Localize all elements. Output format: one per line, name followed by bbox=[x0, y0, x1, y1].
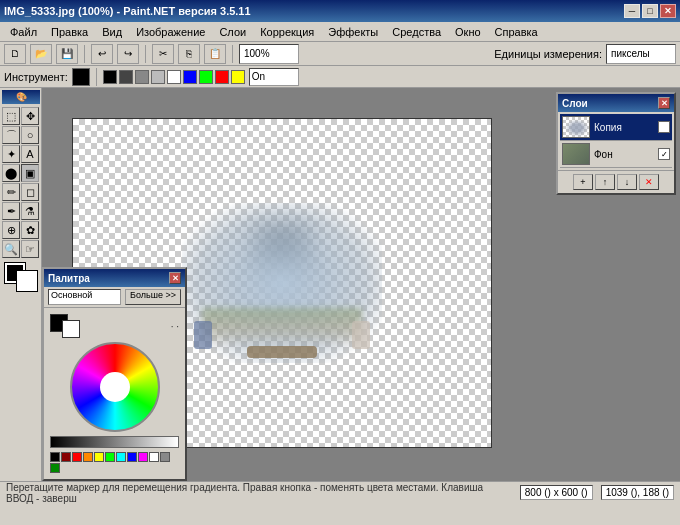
tool-color-box[interactable] bbox=[72, 68, 90, 86]
menu-window[interactable]: Окно bbox=[449, 25, 487, 39]
tool-pencil[interactable]: ✒ bbox=[2, 202, 20, 220]
chip-white[interactable] bbox=[149, 452, 159, 462]
chip-black[interactable] bbox=[50, 452, 60, 462]
open-button[interactable]: 📂 bbox=[30, 44, 52, 64]
layers-close-button[interactable]: ✕ bbox=[658, 97, 670, 109]
tool-gradient[interactable]: ▣ bbox=[21, 164, 39, 182]
swatch-red[interactable] bbox=[215, 70, 229, 84]
menu-layers[interactable]: Слои bbox=[213, 25, 252, 39]
redo-button[interactable]: ↪ bbox=[117, 44, 139, 64]
layer-add-button[interactable]: + bbox=[573, 174, 593, 190]
layer-visibility-bg[interactable]: ✓ bbox=[658, 148, 670, 160]
tool-grid: ⬚ ✥ ⌒ ○ ✦ A ⬤ ▣ ✏ ◻ ✒ ⚗ ⊕ ✿ 🔍 ☞ bbox=[2, 107, 39, 258]
color-wheel[interactable] bbox=[70, 342, 160, 432]
tool-eraser[interactable]: ◻ bbox=[21, 183, 39, 201]
color-wheel-container[interactable] bbox=[70, 342, 160, 432]
save-button[interactable]: 💾 bbox=[56, 44, 78, 64]
swatch-dark[interactable] bbox=[119, 70, 133, 84]
menu-image[interactable]: Изображение bbox=[130, 25, 211, 39]
brightness-strip[interactable] bbox=[50, 436, 179, 448]
swatch-gray[interactable] bbox=[135, 70, 149, 84]
chip-cyan[interactable] bbox=[116, 452, 126, 462]
background-color[interactable] bbox=[17, 271, 37, 291]
copy-button[interactable]: ⎘ bbox=[178, 44, 200, 64]
swatch-lightgray[interactable] bbox=[151, 70, 165, 84]
maximize-button[interactable]: □ bbox=[642, 4, 658, 18]
tool-clone[interactable]: ⊕ bbox=[2, 221, 20, 239]
tool-options-label: Инструмент: bbox=[4, 71, 68, 83]
menu-file[interactable]: Файл bbox=[4, 25, 43, 39]
layer-item-copy[interactable]: Копия ✓ bbox=[560, 114, 672, 141]
palette-content: · · bbox=[44, 308, 185, 479]
chip-orange[interactable] bbox=[83, 452, 93, 462]
status-message: Перетащите маркер для перемещения градие… bbox=[6, 482, 512, 504]
status-bar: Перетащите маркер для перемещения градие… bbox=[0, 481, 680, 503]
tool-move[interactable]: ✥ bbox=[21, 107, 39, 125]
layer-visibility-copy[interactable]: ✓ bbox=[658, 121, 670, 133]
menu-edit[interactable]: Правка bbox=[45, 25, 94, 39]
layer-down-button[interactable]: ↓ bbox=[617, 174, 637, 190]
swatch-green[interactable] bbox=[199, 70, 213, 84]
palette-close-button[interactable]: ✕ bbox=[169, 272, 181, 284]
tool-paint-bucket[interactable]: ⬤ bbox=[2, 164, 20, 182]
tool-pan[interactable]: ☞ bbox=[21, 240, 39, 258]
title-bar-buttons: ─ □ ✕ bbox=[624, 4, 676, 18]
menu-tools[interactable]: Средства bbox=[386, 25, 447, 39]
swatch-blue[interactable] bbox=[183, 70, 197, 84]
measure-dropdown[interactable]: пикселы bbox=[606, 44, 676, 64]
new-button[interactable]: 🗋 bbox=[4, 44, 26, 64]
tool-ellipse-select[interactable]: ○ bbox=[21, 126, 39, 144]
tool-rect-select[interactable]: ⬚ bbox=[2, 107, 20, 125]
paste-button[interactable]: 📋 bbox=[204, 44, 226, 64]
palette-fg-bg bbox=[50, 314, 80, 338]
swatch-yellow[interactable] bbox=[231, 70, 245, 84]
minimize-button[interactable]: ─ bbox=[624, 4, 640, 18]
toolbox-title: 🎨 bbox=[2, 90, 40, 104]
fg-bg-colors[interactable] bbox=[5, 263, 37, 291]
tool-magic-wand[interactable]: ✦ bbox=[2, 145, 20, 163]
tool-color-pick[interactable]: ⚗ bbox=[21, 202, 39, 220]
tool-zoom[interactable]: 🔍 bbox=[2, 240, 20, 258]
zoom-dropdown[interactable]: 100% bbox=[239, 44, 299, 64]
tool-option-input[interactable] bbox=[249, 68, 299, 86]
chip-blue[interactable] bbox=[127, 452, 137, 462]
palette-bg-color[interactable] bbox=[62, 320, 80, 338]
chip-gray[interactable] bbox=[160, 452, 170, 462]
tool-recolor[interactable]: ✿ bbox=[21, 221, 39, 239]
separator-tool bbox=[96, 68, 97, 86]
status-coords: 1039 (), 188 () bbox=[601, 485, 674, 500]
layer-item-bg[interactable]: Фон ✓ bbox=[560, 141, 672, 168]
palette-type-dropdown[interactable]: Основной bbox=[48, 289, 121, 305]
canvas-area[interactable]: Палитра ✕ Основной Больше >> · · bbox=[42, 88, 680, 481]
close-button[interactable]: ✕ bbox=[660, 4, 676, 18]
layer-delete-button[interactable]: ✕ bbox=[639, 174, 659, 190]
boat-body bbox=[247, 346, 317, 358]
separator-2 bbox=[145, 45, 146, 63]
chip-magenta[interactable] bbox=[138, 452, 148, 462]
undo-button[interactable]: ↩ bbox=[91, 44, 113, 64]
swatch-black[interactable] bbox=[103, 70, 117, 84]
figure-left bbox=[194, 321, 212, 349]
layer-up-button[interactable]: ↑ bbox=[595, 174, 615, 190]
palette-more-button[interactable]: Больше >> bbox=[125, 289, 181, 305]
tool-brush[interactable]: ✏ bbox=[2, 183, 20, 201]
menu-corrections[interactable]: Коррекция bbox=[254, 25, 320, 39]
layers-title-bar: Слои ✕ bbox=[558, 94, 674, 112]
swatch-white[interactable] bbox=[167, 70, 181, 84]
tool-lasso[interactable]: ⌒ bbox=[2, 126, 20, 144]
menu-effects[interactable]: Эффекты bbox=[322, 25, 384, 39]
chip-dark-red[interactable] bbox=[61, 452, 71, 462]
tool-options-bar: Инструмент: bbox=[0, 66, 680, 88]
chip-yellow[interactable] bbox=[94, 452, 104, 462]
status-size: 800 () x 600 () bbox=[520, 485, 593, 500]
chip-red[interactable] bbox=[72, 452, 82, 462]
tool-text[interactable]: A bbox=[21, 145, 39, 163]
chip-dark-green[interactable] bbox=[50, 463, 60, 473]
chip-green[interactable] bbox=[105, 452, 115, 462]
layer-thumb-bg-layer bbox=[562, 143, 590, 165]
menu-view[interactable]: Вид bbox=[96, 25, 128, 39]
menu-help[interactable]: Справка bbox=[489, 25, 544, 39]
cut-button[interactable]: ✂ bbox=[152, 44, 174, 64]
color-chips-row bbox=[50, 452, 179, 473]
menu-bar: Файл Правка Вид Изображение Слои Коррекц… bbox=[0, 22, 680, 42]
